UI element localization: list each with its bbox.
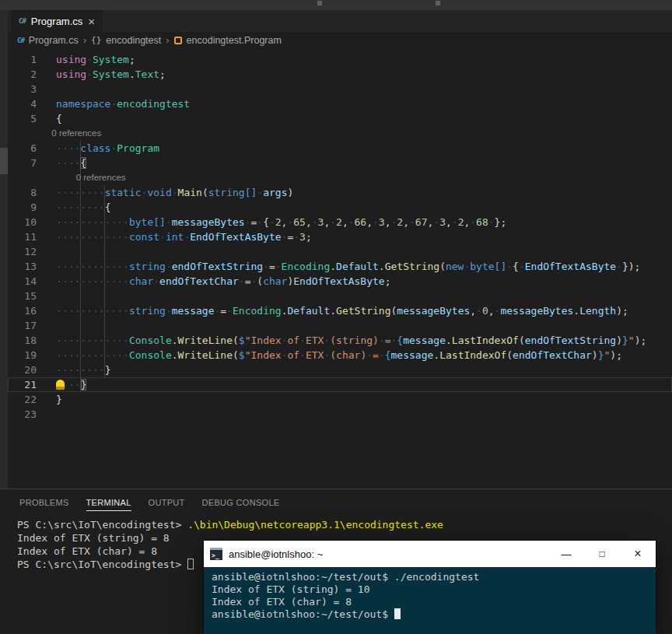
code-token: · <box>433 216 439 228</box>
codelens-row[interactable]: 0 references <box>8 126 672 141</box>
code-line[interactable]: 5{ <box>8 111 672 126</box>
code-line[interactable]: 19············Console.WriteLine($"Index·… <box>8 348 672 363</box>
ssh-terminal-text: ansible@iotnlshoo:~/test/out$ ./encoding… <box>212 571 479 583</box>
breadcrumb-item-file[interactable]: Program.cs <box>29 35 79 46</box>
code-token: . <box>129 68 135 80</box>
code-line[interactable]: 12 <box>8 244 672 259</box>
code-token: , <box>488 305 495 317</box>
code-text: using·System.Text; <box>56 67 166 82</box>
code-token: , <box>403 216 409 228</box>
code-token: of <box>287 335 299 346</box>
ssh-terminal-window[interactable]: >_ ansible@iotnlshoo: ~ — □ × ansible@io… <box>204 541 656 634</box>
code-line[interactable]: 7····{ <box>8 156 672 170</box>
code-token: byte[] <box>129 216 166 228</box>
code-token: ········ <box>56 201 105 213</box>
code-line[interactable]: 13············string·endOfTextString·=·E… <box>8 259 672 274</box>
window-controls: — □ × <box>548 541 656 567</box>
code-token: } <box>105 364 111 376</box>
ssh-terminal-text: ansible@iotnlshoo:~/test/out$ <box>212 608 394 620</box>
code-line[interactable]: 15 <box>8 289 672 303</box>
line-number: 5 <box>8 111 37 126</box>
code-token: message <box>403 335 446 346</box>
code-token: · <box>86 54 93 65</box>
code-token: . <box>573 305 579 317</box>
line-number: 10 <box>8 215 37 229</box>
code-line[interactable]: 23 <box>8 407 672 422</box>
code-token: · <box>299 335 306 346</box>
code-token: = <box>385 335 391 346</box>
panel-tab-problems[interactable]: PROBLEMS <box>19 493 69 510</box>
terminal-cursor <box>187 559 194 569</box>
code-line[interactable]: 21··} <box>8 377 672 392</box>
maximize-button[interactable]: □ <box>584 541 620 567</box>
code-token: message <box>391 349 434 361</box>
codelens-row[interactable]: 0 references <box>8 170 672 185</box>
breadcrumb-item-namespace[interactable]: encodingtest <box>106 35 161 46</box>
codelens-references[interactable]: 0 references <box>51 126 101 141</box>
code-token: · <box>166 216 172 228</box>
code-token: · <box>166 305 172 317</box>
code-token: · <box>373 216 379 228</box>
code-text: ············char·endOfTextChar·=·(char)E… <box>56 274 391 289</box>
line-number: 20 <box>8 363 37 377</box>
code-token: encodingtest <box>117 98 190 110</box>
code-token: · <box>159 231 166 243</box>
code-token: string[] <box>208 187 257 198</box>
code-text: ········{ <box>56 200 110 215</box>
code-token: · <box>86 68 93 80</box>
breadcrumb-item-class[interactable]: encodingtest.Program <box>187 35 282 46</box>
code-token: endOfTextChar <box>513 349 592 361</box>
code-line[interactable]: 9········{ <box>8 200 672 215</box>
code-token: class <box>80 142 110 154</box>
editor-tab-program-cs[interactable]: C# Program.cs × <box>11 10 103 32</box>
code-token: new <box>446 261 464 272</box>
code-line[interactable]: 11············const·int·EndOfTextAsByte·… <box>8 229 672 244</box>
code-line[interactable]: 6····class·Program <box>8 141 672 156</box>
code-token: GetString <box>336 305 390 317</box>
code-token: · <box>348 216 355 228</box>
ssh-terminal-text: Index of ETX (string) = 10 <box>212 583 370 595</box>
code-line[interactable]: 22} <box>8 392 672 407</box>
line-number: 21 <box>8 377 37 392</box>
code-text: ··} <box>56 377 86 392</box>
code-line[interactable]: 1using·System; <box>8 52 672 67</box>
code-line[interactable]: 18············Console.WriteLine($"Index·… <box>8 333 672 348</box>
code-token: using <box>56 68 86 80</box>
rail-scroll-thumb[interactable] <box>0 148 8 174</box>
code-line[interactable]: 17 <box>8 318 672 333</box>
ssh-window-titlebar[interactable]: >_ ansible@iotnlshoo: ~ — □ × <box>204 541 656 567</box>
tab-close-icon[interactable]: × <box>88 16 95 27</box>
code-token: ············ <box>56 216 129 228</box>
code-line[interactable]: 10············byte[]·messageBytes·=·{·2,… <box>8 215 672 229</box>
code-token: GetString <box>385 261 439 272</box>
code-token: EndOfTextAsByte <box>525 261 616 272</box>
code-token: static <box>105 187 142 198</box>
code-editor[interactable]: 1using·System;2using·System.Text;34names… <box>8 48 672 489</box>
code-token: endOfTextChar <box>159 275 239 287</box>
panel-tab-output[interactable]: OUTPUT <box>149 493 185 510</box>
codelens-references[interactable]: 0 references <box>76 170 126 185</box>
code-line[interactable]: 20········} <box>8 363 672 377</box>
code-token: · <box>293 231 299 243</box>
code-token: , <box>385 216 391 228</box>
terminal-command: .\bin\Debug\netcoreapp3.1\encodingtest.e… <box>187 519 443 531</box>
panel-tab-terminal[interactable]: TERMINAL <box>86 493 131 511</box>
terminal-text: PS C:\src\IoT\encodingtest> <box>17 519 187 531</box>
lightbulb-icon[interactable] <box>56 380 65 390</box>
code-line[interactable]: 8········static·void·Main(string[]·args) <box>8 185 672 200</box>
ssh-terminal-output[interactable]: ansible@iotnlshoo:~/test/out$ ./encoding… <box>204 567 656 634</box>
code-line[interactable]: 14············char·endOfTextChar·=·(char… <box>8 274 672 289</box>
code-line[interactable]: 4namespace·encodingtest <box>8 96 672 111</box>
code-line[interactable]: 2using·System.Text; <box>8 67 672 82</box>
minimize-button[interactable]: — <box>548 541 584 567</box>
line-number: 15 <box>8 289 37 303</box>
code-line[interactable]: 16············string·message·=·Encoding.… <box>8 303 672 318</box>
terminal-line: PS C:\src\IoT\encodingtest> .\bin\Debug\… <box>17 518 672 531</box>
close-button[interactable]: × <box>620 541 656 567</box>
code-token: · <box>166 261 172 272</box>
panel-tab-debug-console[interactable]: DEBUG CONSOLE <box>202 493 280 510</box>
code-token: . <box>330 305 336 317</box>
code-line[interactable]: 3 <box>8 82 672 96</box>
code-text: ············string·message·=·Encoding.De… <box>56 303 628 318</box>
console-icon: >_ <box>210 548 222 560</box>
